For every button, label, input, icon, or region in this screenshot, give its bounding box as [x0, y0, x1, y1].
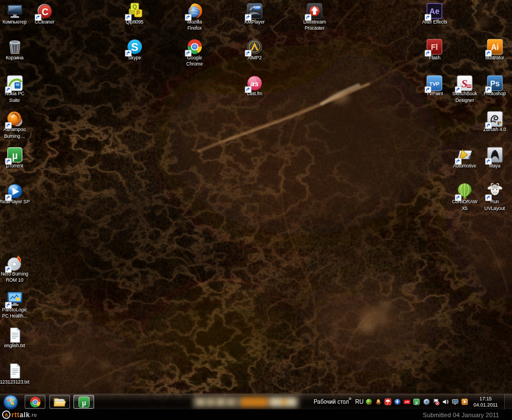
shortcut-arrow-overlay: [425, 86, 431, 93]
ashampoo-icon: [6, 110, 24, 128]
show-desktop-button[interactable]: [504, 394, 512, 410]
desktop-icon-paretologic[interactable]: ParetoLogic PC Health...: [0, 290, 34, 320]
desktop-icon-kmplayer[interactable]: KMPKMPlayer: [235, 2, 274, 25]
shortcut-arrow-overlay: [5, 302, 12, 309]
zbrush-icon: [486, 110, 504, 128]
desktop-icon-realplayer[interactable]: RealPlayer SP: [0, 182, 34, 206]
desktop-icon-nokia[interactable]: Nokia PC Suite: [0, 74, 34, 104]
tray-icon-action-center-flag[interactable]: [432, 398, 440, 405]
desktop-icon-numbers-txt[interactable]: 123123123.txt: [0, 362, 34, 385]
desktop-icon-aimp[interactable]: AIMP2: [235, 38, 274, 61]
desktop-icon-uvlayout[interactable]: UVRun UVLayout: [475, 182, 512, 212]
lastfm-icon: as: [245, 74, 264, 92]
clock-date: 04.01.2011: [473, 402, 499, 408]
shortcut-arrow-overlay: [455, 158, 462, 165]
tray-icon-avira-umbrella[interactable]: [384, 398, 392, 405]
flash-icon: Fl: [425, 38, 444, 56]
desktop-icon-label: Mozilla Firefox: [175, 19, 214, 32]
shortcut-arrow-overlay: [485, 50, 492, 57]
desktop-icon-flash[interactable]: FlFlash: [415, 38, 454, 61]
shortcut-arrow-overlay: [185, 14, 192, 21]
desktop-icon-maya[interactable]: Maya: [475, 146, 512, 169]
paretologic-icon: [6, 290, 24, 308]
svg-text:µ: µ: [82, 398, 86, 407]
taskbar: µ Рабочий стол » RU ATIµ 17:15 04.01.201…: [0, 394, 512, 409]
desktop-icon-firefox[interactable]: Mozilla Firefox: [175, 2, 214, 32]
chrome-icon: [25, 395, 45, 408]
tray-icon-volume[interactable]: [442, 398, 449, 405]
language-indicator[interactable]: RU: [355, 398, 364, 405]
shortcut-arrow-overlay: [5, 158, 12, 165]
taskbar-clock[interactable]: 17:15 04.01.2011: [473, 395, 499, 408]
tray-icon-utorrent[interactable]: µ: [413, 398, 420, 405]
shortcut-arrow-overlay: [185, 50, 192, 57]
blurred-content-block: [241, 397, 268, 407]
svg-text:as: as: [250, 80, 259, 88]
realplayer-icon: [6, 182, 24, 200]
skype-icon: S: [125, 38, 144, 56]
taskbar-button-utorrent[interactable]: µ: [73, 395, 94, 409]
toolbar-expand-chevron[interactable]: »: [348, 395, 351, 402]
taskbar-button-explorer[interactable]: [49, 395, 70, 409]
desktop-icon-nero[interactable]: Nero Burning ROM 10: [0, 254, 34, 284]
nokia-icon: [6, 74, 24, 92]
shortcut-arrow-overlay: [485, 194, 492, 201]
tvpaint-icon: TVP: [425, 74, 444, 92]
desktop-icon-zbrush[interactable]: ZBrush 4.0: [475, 110, 512, 133]
tray-icon-imp[interactable]: [375, 398, 382, 405]
coreldraw-icon: [455, 182, 474, 200]
aimp-icon: [245, 38, 264, 56]
desktop-icon-ccleaner[interactable]: CCCleaner: [25, 2, 64, 25]
aftereffects-icon: Ae: [425, 2, 444, 20]
desktop-icon-lastfm[interactable]: asLast.fm: [235, 74, 274, 97]
uvlayout-icon: UV: [486, 182, 504, 200]
taskbar-button-chrome[interactable]: [25, 395, 45, 409]
notification-area: Рабочий стол » RU ATIµ 17:15 04.01.2011: [310, 394, 512, 410]
svg-text:µ: µ: [12, 150, 17, 161]
tray-icon-ati[interactable]: ATI: [403, 398, 411, 405]
tray-icon-strip: ATIµ: [365, 398, 468, 405]
utorrent-icon: µ: [6, 146, 24, 164]
shortcut-arrow-overlay: [5, 122, 12, 129]
english-txt-icon: [6, 326, 24, 344]
shortcut-arrow-overlay: [245, 86, 252, 93]
desktop-icon-chrome[interactable]: Google Chrome: [175, 38, 214, 68]
sketchbook-icon: SSBD: [455, 74, 474, 92]
svg-text:S: S: [131, 41, 138, 54]
svg-text:KMP: KMP: [254, 6, 261, 9]
shortcut-arrow-overlay: [485, 86, 492, 93]
tray-icon-silver-orb[interactable]: [423, 398, 430, 405]
desktop-icon-qip[interactable]: QPQip8095: [115, 2, 154, 25]
svg-text:rttalk.ru: rttalk.ru: [12, 411, 38, 419]
photoshop-icon: Ps: [486, 74, 504, 92]
shortcut-arrow-overlay: [125, 50, 132, 57]
clock-time: 17:15: [473, 396, 499, 402]
tray-icon-blue-lightning[interactable]: [394, 398, 401, 405]
start-button[interactable]: [3, 394, 18, 410]
numbers-txt-icon: [6, 362, 24, 380]
desktop-icon-aftereffects[interactable]: AeAfter Effects: [415, 2, 454, 25]
desktop-icon-livestream[interactable]: Livestream Procaster: [295, 2, 334, 32]
desktop[interactable]: КомпьютерCCCleanerQPQip8095Mozilla Firef…: [0, 0, 512, 409]
tray-icon-display[interactable]: [452, 398, 459, 405]
desktop-toolbar-label: Рабочий стол: [314, 399, 349, 405]
tray-icon-media-play[interactable]: [461, 398, 468, 405]
svg-text:UV: UV: [495, 194, 502, 199]
desktop-icon-skype[interactable]: SSkype: [115, 38, 154, 61]
svg-text:P: P: [136, 10, 140, 16]
desktop-icon-photoshop[interactable]: PsPhotoshop: [475, 74, 512, 97]
ccleaner-icon: C: [35, 2, 54, 20]
livestream-icon: [305, 2, 324, 20]
desktop-icon-illustrator[interactable]: AiIllustrator: [475, 38, 512, 61]
tray-icon-green-ball[interactable]: [365, 398, 373, 405]
shortcut-arrow-overlay: [125, 14, 132, 21]
desktop-icon-english-txt[interactable]: english.txt: [0, 326, 34, 349]
explorer-icon: [50, 395, 69, 408]
submitted-date-text: Submitted 04 January 2011: [423, 412, 499, 418]
desktop-icon-recyclebin[interactable]: Корзина: [0, 38, 34, 61]
svg-text:ATI: ATI: [405, 401, 409, 404]
desktop-icon-utorrent[interactable]: µµTorrent: [0, 146, 34, 169]
desktop-icon-ashampoo[interactable]: Ashampoo Burning ...: [0, 110, 34, 140]
blurred-taskbar-window[interactable]: [193, 395, 299, 409]
shortcut-arrow-overlay: [35, 14, 41, 21]
